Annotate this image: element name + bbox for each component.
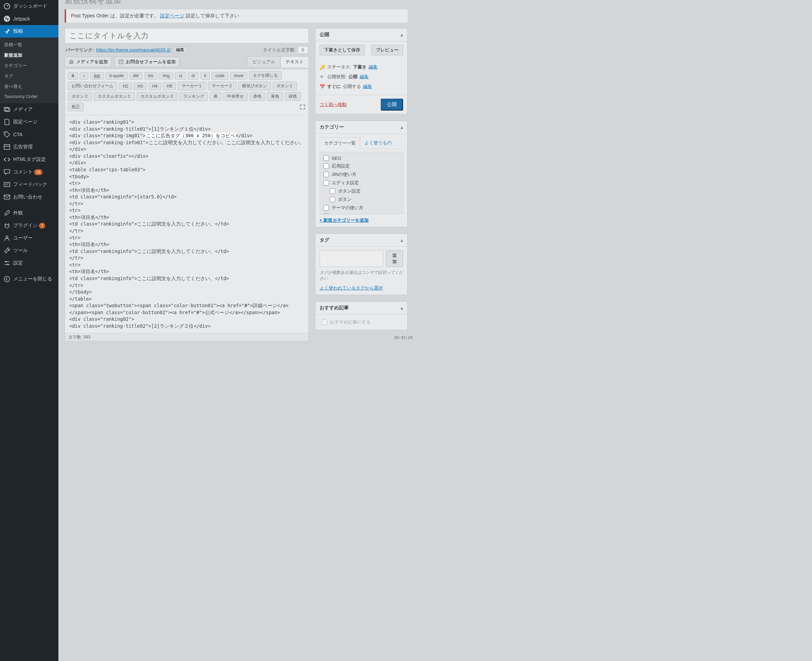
sidebar-item-comments[interactable]: コメント16 — [0, 166, 58, 178]
quicktag-link[interactable]: link — [90, 72, 104, 80]
schedule-edit-link[interactable]: 編集 — [363, 83, 372, 89]
fullscreen-icon[interactable] — [299, 104, 306, 110]
quicktag-i[interactable]: i — [80, 72, 88, 80]
sidebar-item-dashboard[interactable]: ダッシュボード — [0, 0, 58, 13]
category-item[interactable]: SEO — [321, 154, 401, 162]
category-item[interactable]: JINの使い方 — [321, 170, 401, 179]
quicktag-青色[interactable]: 青色 — [267, 92, 283, 101]
quicktag-H4[interactable]: H4 — [149, 82, 161, 90]
panel-toggle-icon[interactable]: ▴ — [400, 237, 403, 243]
sidebar-item-posts[interactable]: 投稿 — [0, 25, 58, 38]
quicktag-code[interactable]: code — [211, 72, 228, 80]
quicktag-中央寄せ[interactable]: 中央寄せ — [223, 92, 248, 101]
panel-toggle-icon[interactable]: ▴ — [400, 32, 403, 38]
sidebar-item-settings[interactable]: 設定 — [0, 257, 58, 269]
choose-tags-link[interactable]: よく使われているタグから選択 — [320, 285, 383, 291]
quicktag-緑色[interactable]: 緑色 — [285, 92, 301, 101]
category-item[interactable]: 応用設定 — [321, 162, 401, 170]
category-checkbox[interactable] — [330, 188, 335, 194]
quicktag-ins[interactable]: ins — [144, 72, 157, 80]
save-draft-button[interactable]: 下書きとして保存 — [320, 45, 365, 55]
category-checkbox[interactable] — [324, 180, 329, 185]
quicktag-b[interactable]: b — [68, 72, 78, 80]
category-list[interactable]: SEO応用設定JINの使い方エディタ設定ボタン設定ボタンテーマの使い方デザイン設… — [320, 152, 403, 214]
sidebar-item-users[interactable]: ユーザー — [0, 232, 58, 244]
quicktag-マーカー１[interactable]: マーカー１ — [178, 81, 206, 90]
add-media-button[interactable]: メディアを追加 — [65, 57, 112, 67]
tab-text[interactable]: テキスト — [280, 56, 309, 67]
sidebar-item-contact[interactable]: お問い合わせ — [0, 191, 58, 203]
quicktag-b-quote[interactable]: b-quote — [106, 72, 128, 80]
quicktag-お問い合わせフォーム[interactable]: お問い合わせフォーム — [68, 81, 117, 90]
sidebar-item-pages[interactable]: 固定ページ — [0, 116, 58, 128]
sidebar-item-ads[interactable]: 広告管理 — [0, 141, 58, 153]
add-category-link[interactable]: + 新規カテゴリーを追加 — [320, 217, 368, 223]
sidebar-sub-sort[interactable]: 並べ替え — [0, 81, 58, 92]
category-tab-used[interactable]: よく使うもの — [360, 137, 396, 149]
quicktag-ランキング[interactable]: ランキング — [179, 92, 208, 101]
sidebar-item-jetpack[interactable]: Jetpack — [0, 13, 58, 25]
quicktag-more[interactable]: more — [230, 72, 247, 80]
sidebar-sub-posts-list[interactable]: 投稿一覧 — [0, 40, 58, 50]
quicktag-H3[interactable]: H3 — [133, 82, 146, 90]
category-item[interactable]: テーマの使い方 — [321, 204, 401, 212]
quicktag-表[interactable]: 表 — [210, 92, 221, 101]
quicktag-マーカー２[interactable]: マーカー２ — [208, 81, 237, 90]
permalink-url[interactable]: https://jin-theme.com/manual/4033-2/ — [96, 47, 171, 53]
sidebar-item-plugins[interactable]: プラグイン7 — [0, 219, 58, 232]
quicktag-赤色[interactable]: 赤色 — [249, 92, 265, 101]
category-checkbox[interactable] — [324, 163, 329, 169]
quicktag-ボタン１[interactable]: ボタン１ — [273, 81, 297, 90]
category-item[interactable]: ボタン設定 — [321, 187, 401, 195]
sidebar-item-html-tags[interactable]: HTMLタグ設定 — [0, 153, 58, 166]
category-tab-all[interactable]: カテゴリー一覧 — [320, 137, 360, 149]
quicktag-カスタムボタン２[interactable]: カスタムボタン２ — [137, 92, 178, 101]
sidebar-item-appearance[interactable]: 外観 — [0, 207, 58, 219]
quicktag-ボタン２[interactable]: ボタン２ — [68, 92, 92, 101]
publish-button[interactable]: 公開 — [381, 99, 403, 110]
category-checkbox[interactable] — [324, 172, 329, 177]
category-item[interactable]: エディタ設定 — [321, 179, 401, 187]
panel-toggle-icon[interactable]: ▴ — [400, 305, 403, 311]
sidebar-item-media[interactable]: メディア — [0, 103, 58, 116]
category-item[interactable]: ボタン — [321, 195, 401, 204]
quicktag-ol[interactable]: ol — [188, 72, 199, 80]
quicktag-横並びボタン[interactable]: 横並びボタン — [238, 81, 271, 90]
status-edit-link[interactable]: 編集 — [368, 64, 378, 70]
quicktag-タグを閉じる[interactable]: タグを閉じる — [249, 71, 282, 80]
notice-settings-link[interactable]: 設定ページ — [160, 13, 184, 18]
visibility-edit-link[interactable]: 編集 — [360, 73, 368, 80]
quicktag-ul[interactable]: ul — [175, 72, 186, 80]
quicktag-カスタムボタン１[interactable]: カスタムボタン１ — [94, 92, 135, 101]
permalink-edit-button[interactable]: 編集 — [173, 46, 187, 54]
tab-visual[interactable]: ビジュアル — [247, 56, 280, 67]
category-checkbox[interactable] — [324, 213, 329, 214]
category-checkbox[interactable] — [324, 205, 329, 211]
quicktag-校正[interactable]: 校正 — [68, 102, 84, 111]
panel-toggle-icon[interactable]: ▴ — [400, 125, 403, 130]
sidebar-sub-taxonomy-order[interactable]: Taxonomy Order — [0, 92, 58, 101]
sidebar-sub-categories[interactable]: カテゴリー — [0, 61, 58, 71]
sidebar-sub-tags[interactable]: タグ — [0, 71, 58, 81]
sidebar-item-collapse[interactable]: メニューを閉じる — [0, 273, 58, 285]
category-checkbox[interactable] — [330, 197, 335, 202]
category-item[interactable]: デザイン設定 — [321, 212, 401, 214]
sidebar-item-cta[interactable]: CTA — [0, 128, 58, 141]
quicktag-img[interactable]: img — [159, 72, 173, 80]
post-title-input[interactable] — [65, 28, 309, 43]
tag-add-button[interactable]: 追加 — [386, 250, 403, 267]
quicktag-H5[interactable]: H5 — [163, 82, 176, 90]
tag-input[interactable] — [320, 250, 383, 267]
add-contact-form-button[interactable]: お問合せフォームを追加 — [114, 57, 179, 67]
move-to-trash-link[interactable]: ゴミ箱へ移動 — [320, 102, 347, 108]
content-textarea[interactable]: <div class="ranking01"> <div class="rank… — [65, 115, 309, 333]
quicktag-li[interactable]: li — [200, 72, 210, 80]
sidebar-item-feedback[interactable]: フィードバック — [0, 178, 58, 191]
category-checkbox[interactable] — [324, 155, 329, 161]
preview-button[interactable]: プレビュー — [372, 45, 403, 55]
featured-checkbox[interactable] — [322, 319, 327, 325]
featured-checkbox-row[interactable]: おすすめ記事にする — [320, 318, 403, 326]
quicktag-del[interactable]: del — [129, 72, 143, 80]
quicktag-H2[interactable]: H2 — [119, 82, 132, 90]
sidebar-item-tools[interactable]: ツール — [0, 244, 58, 257]
